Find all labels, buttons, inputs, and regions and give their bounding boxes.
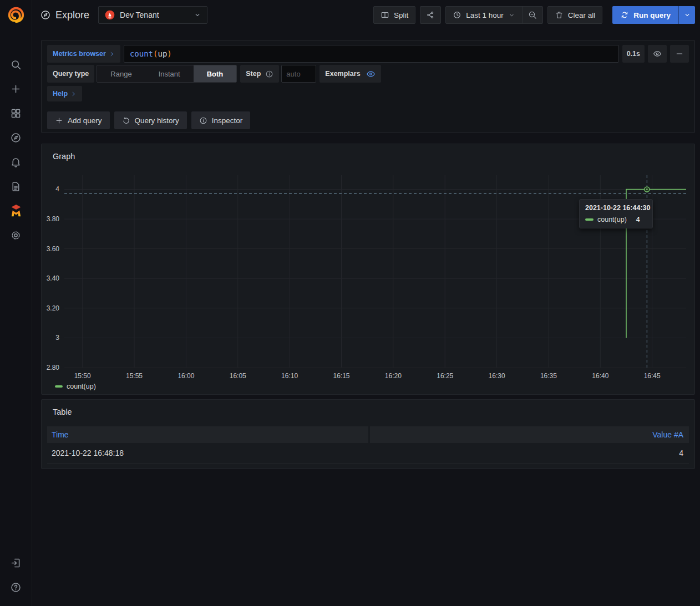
run-query-dropdown[interactable] [678,6,695,24]
history-icon [122,116,130,125]
x-tick-label: 16:30 [479,372,515,380]
share-button[interactable] [420,6,441,24]
sidebar-item-explore[interactable] [4,125,28,150]
y-tick-label: 3.20 [42,304,59,312]
tooltip-value: 4 [636,216,640,223]
gear-icon [10,230,22,241]
remove-query-button[interactable] [670,45,689,63]
share-icon [426,11,435,19]
split-label: Split [394,11,408,19]
metrics-browser-label: Metrics browser [53,50,106,58]
sidebar-item-metrics[interactable] [4,198,28,223]
run-query-button: Run query [612,6,695,24]
clear-all-label: Clear all [568,11,596,19]
page-title: Explore [40,9,89,21]
sidebar-item-sign-in[interactable] [4,551,28,575]
run-query-main[interactable]: Run query [612,6,678,24]
grafana-logo-icon[interactable] [7,6,26,24]
inspector-button[interactable]: Inspector [191,111,251,129]
results-table: TimeValue #A 2021-10-22 16:48:184 [47,426,689,464]
chevron-down-icon [194,11,201,19]
query-history-label: Query history [135,116,179,125]
sidebar-item-configuration[interactable] [4,223,28,247]
y-tick-label: 2.80 [42,364,59,371]
time-range-button[interactable]: Last 1 hour [446,7,522,23]
datasource-name: Dev Tenant [120,11,189,19]
y-tick-label: 3.60 [42,245,59,253]
metrics-m-logo-icon [9,203,23,218]
metrics-browser-button[interactable]: Metrics browser [47,45,120,63]
page-title-label: Explore [55,9,89,21]
graph-panel-title: Graph [53,152,75,161]
trash-icon [555,11,564,19]
sidebar-item-alerting[interactable] [4,150,28,174]
sidebar-item-search[interactable] [4,52,28,77]
query-type-range[interactable]: Range [97,65,145,82]
legend-item[interactable]: count(up) [55,383,96,390]
query-type-both[interactable]: Both [194,65,237,82]
query-type-range-label: Range [110,70,131,78]
elapsed-label: 0.1s [627,50,640,58]
split-pane-icon [381,11,389,19]
angle-right-icon [70,91,77,97]
query-type-instant[interactable]: Instant [145,65,194,82]
tooltip-series-name: count(up) [597,216,627,223]
compass-icon [40,9,51,21]
clock-icon [453,11,461,19]
x-tick-label: 16:10 [272,372,307,380]
step-input[interactable] [281,65,316,83]
sidebar-item-docs[interactable] [4,174,28,198]
column-header-value[interactable]: Value #A [370,426,689,443]
x-tick-label: 16:40 [582,372,618,380]
query-history-button[interactable]: Query history [114,111,187,129]
x-tick-label: 15:55 [116,372,152,380]
angle-right-icon [109,51,115,57]
x-tick-label: 16:05 [220,372,256,380]
sidebar-item-create[interactable] [4,77,28,101]
question-circle-icon [10,582,22,593]
sidebar-item-help[interactable] [4,575,28,599]
time-range-label: Last 1 hour [466,11,504,19]
document-icon [10,181,22,192]
table-row[interactable]: 2021-10-22 16:48:184 [47,443,689,464]
x-tick-label: 16:15 [324,372,359,380]
sync-icon [620,11,629,19]
search-icon [10,59,22,70]
split-button[interactable]: Split [373,6,415,24]
y-tick-label: 4 [42,185,59,193]
x-tick-label: 16:20 [376,372,411,380]
x-tick-label: 16:35 [531,372,566,380]
query-type-label: Query type [53,70,89,78]
step-label-box: Step [240,65,279,83]
x-tick-label: 16:00 [168,372,204,380]
exemplars-label: Exemplars [325,70,360,78]
query-type-radio-group: Range Instant Both [97,65,237,83]
expression-close-paren: ) [167,49,171,58]
expression-arg: up [158,49,167,58]
x-tick-label: 15:50 [65,372,100,380]
toggle-visibility-button[interactable] [648,45,667,63]
run-query-label: Run query [633,11,671,19]
x-tick-label: 16:25 [427,372,463,380]
column-header-time[interactable]: Time [47,426,368,443]
expression-function: count [130,49,153,58]
tooltip-series-row: count(up) 4 [585,216,647,223]
query-elapsed-badge: 0.1s [622,45,645,63]
plus-icon [55,116,63,125]
sidebar-item-dashboards[interactable] [4,101,28,125]
help-button[interactable]: Help [47,86,82,101]
query-expression-input[interactable]: count(up) [124,45,619,63]
tooltip-swatch [585,218,594,221]
add-query-button[interactable]: Add query [47,111,110,129]
table-body: 2021-10-22 16:48:184 [47,443,689,464]
zoom-out-button[interactable] [522,7,542,23]
apps-grid-icon [10,108,22,119]
expression-open-paren: ( [153,49,158,58]
table-header-row: TimeValue #A [47,426,689,443]
graph-panel: Graph 43.803.603.403.2032.80 15:5015:551… [41,144,695,395]
clear-all-button[interactable]: Clear all [547,6,603,24]
info-circle-icon [199,116,207,125]
datasource-picker[interactable]: Dev Tenant [98,6,207,24]
x-tick-label: 16:45 [635,372,670,380]
exemplars-eye-toggle-icon[interactable] [366,69,376,79]
